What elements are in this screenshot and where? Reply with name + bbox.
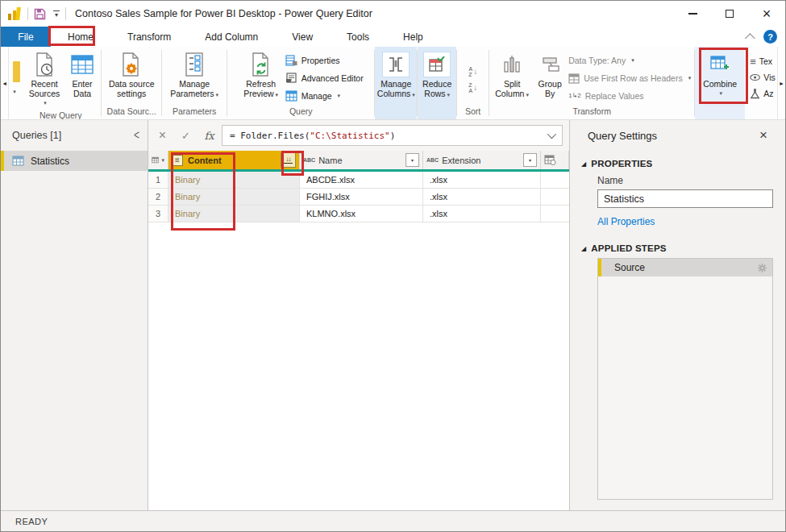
collapse-ribbon-icon[interactable] <box>745 33 755 44</box>
column-header-name[interactable]: ABC Name ▾ <box>300 151 423 169</box>
chevron-down-icon: ▾ <box>688 75 692 81</box>
close-button[interactable]: × <box>748 1 785 27</box>
all-properties-link[interactable]: All Properties <box>597 216 769 227</box>
group-by-button[interactable]: Group By <box>533 50 567 100</box>
recent-sources-button[interactable]: Recent Sources▾ <box>23 50 65 110</box>
tab-add-column[interactable]: Add Column <box>188 27 275 47</box>
combine-files-button[interactable]: ↓↓ <box>281 152 296 168</box>
cell-extension[interactable]: .xlsx <box>423 172 541 188</box>
tab-help[interactable]: Help <box>386 27 440 47</box>
ribbon-scroll-left[interactable]: ◄ <box>1 47 9 119</box>
text-analytics-button[interactable]: ≡ Tex <box>750 55 776 68</box>
data-source-settings-button[interactable]: Data source settings <box>105 50 158 100</box>
formula-input[interactable]: = Folder.Files("C:\Statistics") <box>222 125 563 146</box>
cell-name[interactable]: FGHIJ.xlsx <box>300 189 423 205</box>
cell-name[interactable]: ABCDE.xlsx <box>300 172 423 188</box>
split-column-button[interactable]: Split Column▾ <box>493 50 531 102</box>
table-row[interactable]: 1 Binary ABCDE.xlsx .xlsx <box>148 172 569 189</box>
close-pane-icon[interactable]: × <box>759 127 767 143</box>
ribbon-tab-row: File Home Transform Add Column View Tool… <box>1 27 785 47</box>
column-header-extension[interactable]: ABC Extension ▾ <box>423 151 541 169</box>
text-type-icon: ABC <box>426 157 439 163</box>
row-number: 1 <box>148 172 168 188</box>
group-transform: Split Column▾ Group By Data Type: Any▾ U… <box>489 47 694 119</box>
column-filter-button[interactable]: ▾ <box>523 153 537 167</box>
chevron-down-icon: ▾ <box>447 92 451 98</box>
applied-step-source[interactable]: Source <box>598 259 772 276</box>
quick-access-toolbar-dropdown-icon[interactable]: ▾ <box>53 10 60 18</box>
minimize-button[interactable] <box>674 1 711 27</box>
enter-data-button[interactable]: Enter Data <box>67 50 98 100</box>
data-source-settings-icon <box>121 52 142 77</box>
section-expanded-icon: ◢ <box>581 160 586 168</box>
replace-values-icon: 1↳2 <box>568 93 581 99</box>
formula-expand-icon[interactable] <box>547 130 556 139</box>
manage-button[interactable]: Manage▾ <box>285 88 364 104</box>
chevron-down-icon: ▾ <box>412 92 415 98</box>
tab-home[interactable]: Home <box>51 27 110 47</box>
data-source-settings-label: Data source settings <box>107 79 156 98</box>
tab-view[interactable]: View <box>275 27 330 47</box>
sort-descending-button[interactable]: ZA ↓ <box>468 82 477 94</box>
data-type-button[interactable]: Data Type: Any▾ <box>568 52 691 69</box>
advanced-editor-button[interactable]: Advanced Editor <box>285 70 364 86</box>
group-label-combine <box>695 106 745 119</box>
formula-bar: × ✓ fx = Folder.Files("C:\Statistics") <box>148 120 569 151</box>
cell-content[interactable]: Binary <box>168 206 300 222</box>
properties-button[interactable]: Properties <box>285 52 364 69</box>
cell-content[interactable]: Binary <box>168 172 300 188</box>
query-settings-header: Query Settings × <box>580 120 769 151</box>
query-list-item-statistics[interactable]: Statistics <box>1 151 148 171</box>
manage-columns-button[interactable]: Manage Columns▾ <box>376 50 416 102</box>
ribbon-scroll-right[interactable]: ► <box>777 47 785 119</box>
tab-tools[interactable]: Tools <box>330 27 386 47</box>
refresh-preview-button[interactable]: Refresh Preview▾ <box>239 50 284 102</box>
use-first-row-as-headers-button[interactable]: Use First Row as Headers▾ <box>568 70 691 86</box>
applied-steps-section-label: APPLIED STEPS <box>591 243 666 253</box>
azure-ml-button[interactable]: Az <box>750 87 776 100</box>
group-new-query: Recent Sources▾ Enter Data New Query <box>20 47 101 119</box>
cutoff-icon <box>13 61 20 82</box>
replace-values-button[interactable]: 1↳2 Replace Values <box>568 88 691 104</box>
cell-extension[interactable]: .xlsx <box>423 189 541 205</box>
column-header-partial[interactable] <box>541 151 569 169</box>
table-row[interactable]: 3 Binary KLMNO.xlsx .xlsx <box>148 206 569 222</box>
properties-section-header[interactable]: ◢ PROPERTIES <box>581 159 769 168</box>
grid-select-all-button[interactable]: ▾ <box>148 151 168 169</box>
combine-files-arrows-icon: ↓↓ <box>286 156 291 162</box>
cell-partial <box>541 189 569 205</box>
formula-cancel-button[interactable]: × <box>152 128 173 143</box>
cell-content[interactable]: Binary <box>168 189 300 205</box>
manage-parameters-button[interactable]: Manage Parameters▾ <box>165 50 223 102</box>
sort-ascending-button[interactable]: AZ ↓ <box>468 66 477 77</box>
help-icon[interactable]: ? <box>763 30 777 44</box>
column-header-content[interactable]: ≡ Content ↓↓ <box>168 151 300 169</box>
text-analytics-icon: ≡ <box>750 56 756 68</box>
cell-name[interactable]: KLMNO.xlsx <box>300 206 423 222</box>
scroll-left-icon: ◄ <box>2 81 7 86</box>
column-filter-button[interactable]: ▾ <box>405 153 419 167</box>
sort-down-arrow-icon: ↓ <box>473 83 477 92</box>
query-name-input[interactable] <box>597 189 773 208</box>
split-column-label: Split Column <box>495 79 524 98</box>
titlebar-separator <box>65 7 66 20</box>
save-icon[interactable] <box>34 8 46 20</box>
chevron-down-icon: ▾ <box>44 98 47 108</box>
applied-steps-section-header[interactable]: ◢ APPLIED STEPS <box>581 243 769 253</box>
query-item-label: Statistics <box>31 156 69 167</box>
reduce-rows-button[interactable]: Reduce Rows▾ <box>420 50 454 102</box>
table-row[interactable]: 2 Binary FGHIJ.xlsx .xlsx <box>148 189 569 206</box>
applied-steps-list: Source <box>597 258 773 500</box>
maximize-button[interactable] <box>711 1 748 27</box>
tab-transform[interactable]: Transform <box>110 27 188 47</box>
cell-extension[interactable]: .xlsx <box>423 206 541 222</box>
filter-dropdown-icon: ▾ <box>529 157 531 163</box>
collapse-pane-icon[interactable]: < <box>134 128 139 143</box>
vision-button[interactable]: Vis <box>750 71 776 84</box>
formula-accept-button[interactable]: ✓ <box>175 130 197 142</box>
combine-button[interactable]: Combine ▾ <box>698 50 742 100</box>
group-data-source: Data source settings Data Sourc... <box>102 47 161 119</box>
sort-z-glyph: Z <box>468 82 472 88</box>
tab-file[interactable]: File <box>1 27 51 47</box>
gear-icon[interactable] <box>757 263 767 273</box>
